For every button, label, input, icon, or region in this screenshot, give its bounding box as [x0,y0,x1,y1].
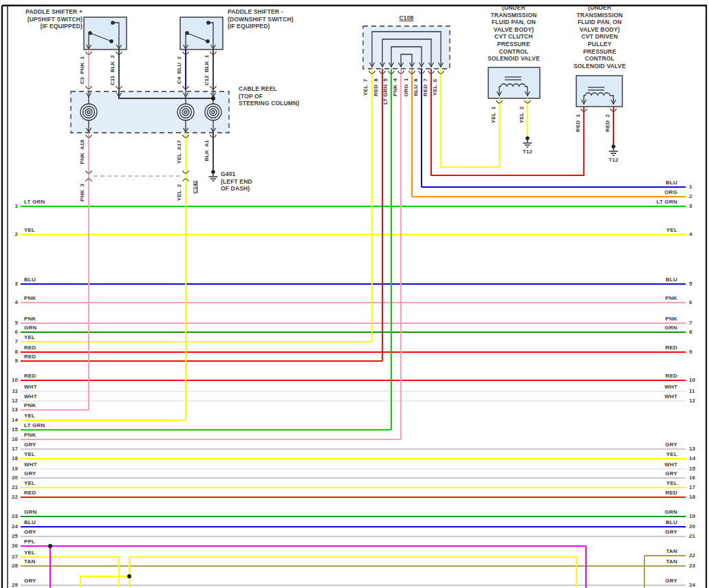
row-color-label: BLU [666,519,677,525]
row-color-label: GRY [665,529,677,535]
row-number-right: 5 [689,281,692,287]
row-color-label: YEL [24,227,35,233]
pin-label: YEL 2 [519,107,525,123]
row-number-left: 1 [6,203,18,209]
row-number-left: 28 [6,563,18,569]
row-number-right: 13 [689,446,695,452]
ground-symbol [611,144,615,149]
row-color-label: YEL [666,227,677,233]
row-number-right: 6 [689,299,692,305]
row-number-left: 24 [6,523,18,530]
row-number-right: 18 [689,494,695,500]
row-number-left: 8 [6,349,18,355]
row-number-left: 19 [6,466,18,472]
row-color-label: BLU [666,179,677,186]
wiring-diagram: PADDLE SHIFTER + (UPSHIFT SWITCH) (IF EQ… [0,0,709,588]
row-color-label: WHT [664,384,677,390]
row-number-left: 21 [6,484,18,490]
row-color-label: GRY [24,529,36,535]
row-color-label: YEL [666,480,677,486]
row-number-right: 14 [689,455,695,461]
row-color-label: YEL [24,549,35,556]
row-color-label: YEL [24,334,35,340]
pin-label: C12 BLK 1 [204,55,210,85]
row-color-label: YEL [666,451,677,457]
row-color-label: WHT [664,393,677,400]
row-color-label: TAN [666,558,677,565]
pin-label: YEL 1 [490,107,497,123]
row-color-label: RED [24,345,36,351]
row-color-label: WHT [664,461,677,468]
row-color-label: GRY [665,470,677,477]
wire-yel [129,557,576,588]
connector-c108-box [363,26,450,69]
row-number-left: 3 [6,281,18,287]
row-number-left: 6 [6,329,18,335]
wire-yel [80,576,129,588]
pin-label: YEL A17 [176,140,182,164]
row-number-right: 21 [689,533,695,539]
row-color-label: PNK [24,432,36,438]
connector-c108-label: C108 [386,14,427,22]
row-color-label: RED [24,353,36,360]
row-number-left: 11 [6,388,18,394]
row-color-label: GRN [24,509,36,515]
row-number-left: 23 [6,513,18,519]
row-color-label: BLU [24,519,36,525]
row-number-left: 9 [6,358,18,364]
row-number-left: 29 [6,582,18,588]
row-color-label: PPL [24,538,35,545]
row-number-right: 16 [689,475,695,481]
row-number-left: 16 [6,436,18,442]
row-color-label: WHT [24,461,37,468]
row-color-label: YEL [24,480,35,486]
row-number-left: 18 [6,455,18,461]
row-number-right: 1 [689,184,692,190]
cvt-clutch-solenoid-box [488,67,540,98]
pin-label: BLU 8 [413,78,419,96]
row-number-left: 12 [6,398,18,404]
ground-symbol [211,170,215,174]
row-number-right: 17 [689,484,695,490]
row-number-right: 24 [689,582,695,588]
row-number-right: 11 [689,388,695,394]
row-number-left: 15 [6,426,18,433]
row-color-label: PNK [24,295,36,301]
row-number-left: 25 [6,533,18,539]
row-number-right: 10 [689,377,695,383]
row-color-label: ORG [664,189,677,195]
row-number-right: 22 [689,552,695,558]
pin-label: C142 [192,180,198,193]
row-number-left: 17 [6,446,18,452]
pin-label: YEL 6 [432,79,438,96]
pin-label: PNK 3 [79,184,85,202]
row-number-right: 7 [689,320,692,326]
row-color-label: GRN [24,325,36,331]
pin-label: YEL 2 [176,184,182,201]
cvt-driven-pulley-solenoid-label: (UNDER TRANSMISSION FLUID PAN, ON VALVE … [558,4,642,69]
paddle-shifter-minus-label: PADDLE SHIFTER - (DOWNSHIFT SWITCH) (IF … [228,8,317,30]
row-color-label: GRY [665,578,677,584]
row-color-label: BLU [666,276,677,283]
junction-dot [127,574,131,578]
row-color-label: PNK [24,402,36,409]
pin-label: YEL 7 [362,79,369,96]
row-color-label: GRY [24,442,36,448]
row-color-label: LT GRN [24,199,45,205]
pin-label: RED 1 [575,114,581,132]
row-color-label: WHT [24,384,37,390]
row-number-left: 2 [6,231,18,237]
row-color-label: PNK [24,316,36,322]
pin-label: PNK A18 [79,140,85,164]
row-color-label: GRY [24,578,36,584]
row-color-label: LT GRN [24,422,45,428]
row-color-label: BLU [24,276,36,283]
pin-label: LT GRN 5 [382,78,389,105]
row-color-label: YEL [24,413,35,419]
row-number-left: 26 [6,543,18,549]
pin-label: ORG 1 [403,78,409,96]
row-color-label: YEL [24,451,35,457]
row-color-label: TAN [666,548,677,554]
row-color-label: RED [666,345,678,351]
row-number-left: 5 [6,320,18,326]
